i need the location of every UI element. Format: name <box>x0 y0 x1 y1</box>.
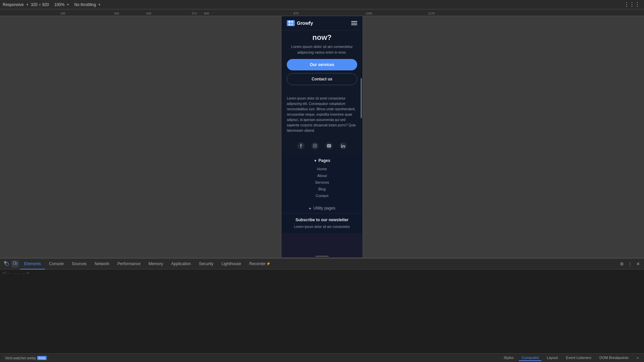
tab-sources[interactable]: Sources <box>68 259 91 269</box>
file-tab-name: html.watcher.webp <box>5 356 36 360</box>
device-toolbar-icon[interactable] <box>11 260 19 267</box>
devtools-settings-icon[interactable]: ⚙ <box>619 261 625 267</box>
contact-button[interactable]: Contact us <box>287 73 357 85</box>
hero-body-text: Lorem ipsum dolor sit am consectetur adi… <box>287 44 357 55</box>
about-section: Lorem ipsum dolor sit amet consectetur a… <box>281 90 363 139</box>
pages-label: Pages <box>318 158 330 163</box>
tab-security[interactable]: Security <box>195 259 217 269</box>
mobile-content: Growfy now? Lorem ipsum dolor sit am con… <box>281 16 363 233</box>
inspect-element-icon[interactable] <box>3 260 10 267</box>
right-tab-event-listeners[interactable]: Event Listeners <box>563 355 594 361</box>
pages-arrow: ▼ <box>314 159 317 163</box>
mobile-viewport: Growfy now? Lorem ipsum dolor sit am con… <box>281 16 363 258</box>
devtools-bottom-bar: html.watcher.webp body Styles Computed L… <box>0 353 644 362</box>
throttle-label: No throttling <box>74 2 96 7</box>
logo-icon <box>287 20 295 26</box>
logo-area: Growfy <box>287 20 313 26</box>
svg-point-5 <box>314 145 316 147</box>
dimensions-display: 320 x 920 <box>31 2 49 7</box>
utility-arrow: ► <box>309 206 312 210</box>
newsletter-section: Subscribe to our newsletter Lorem ipsum … <box>281 213 363 233</box>
zoom-dropdown-arrow: ▾ <box>67 3 69 6</box>
devtools-bottom-left: html.watcher.webp body <box>3 355 49 361</box>
right-tab-layout[interactable]: Layout <box>544 355 560 361</box>
svg-rect-7 <box>341 145 342 148</box>
svg-rect-4 <box>313 144 317 147</box>
svg-point-8 <box>341 144 342 145</box>
navbar: Growfy <box>281 16 363 31</box>
utility-pages-title[interactable]: ► Utility pages <box>287 206 357 210</box>
youtube-icon[interactable] <box>325 142 333 149</box>
devtools-overflow-icon[interactable]: ⋮ <box>627 261 634 267</box>
hamburger-line-3 <box>351 24 357 25</box>
svg-point-6 <box>316 145 316 145</box>
tab-console[interactable]: Console <box>45 259 68 269</box>
tab-network[interactable]: Network <box>91 259 113 269</box>
dims-separator: x <box>39 2 41 7</box>
dom-tree: <!-- ... --> <box>0 269 644 353</box>
svg-rect-1 <box>291 21 293 23</box>
devtools-tabs-bar: Elements Console Sources Network Perform… <box>0 259 644 269</box>
tab-lighthouse[interactable]: Lighthouse <box>217 259 245 269</box>
newsletter-title: Subscribe to our newsletter <box>287 218 357 222</box>
responsive-toolbar: Responsive ▾ 320 x 920 100% ▾ No throttl… <box>0 0 103 9</box>
hamburger-line-1 <box>351 21 357 22</box>
devtools-settings-icons: ⚙ ⋮ ✕ <box>619 261 643 267</box>
tab-application[interactable]: Application <box>167 259 195 269</box>
ruler-bar: 180 340 436 572 608 875 1090 1276 <box>0 9 644 16</box>
right-tab-styles[interactable]: Styles <box>501 355 516 361</box>
dom-comment: <!-- ... --> <box>3 271 641 277</box>
nav-blog[interactable]: Blog <box>287 186 357 192</box>
nav-services[interactable]: Services <box>287 179 357 186</box>
inspect-icons <box>1 260 20 267</box>
devtools-right-tabs: Styles Computed Layout Event Listeners D… <box>501 355 641 361</box>
instagram-icon[interactable] <box>311 142 319 149</box>
devtools-resize-handle[interactable] <box>0 257 644 259</box>
devtools-close-icon[interactable]: ✕ <box>635 261 641 267</box>
devtools-panel: Elements Console Sources Network Perform… <box>0 258 644 362</box>
devtools-main-content: <!-- ... --> <box>0 269 644 353</box>
newsletter-desc: Lorem ipsum dolor sit am consectetur <box>287 224 357 229</box>
svg-rect-11 <box>16 262 17 264</box>
right-tab-dom-breakpoints[interactable]: DOM Breakpoints <box>597 355 631 361</box>
hamburger-line-2 <box>351 23 357 23</box>
tab-elements[interactable]: Elements <box>20 259 45 269</box>
height-value: 920 <box>42 2 49 7</box>
services-button[interactable]: Our services <box>287 59 357 70</box>
responsive-label: Responsive <box>3 2 24 7</box>
nav-home[interactable]: Home <box>287 166 357 172</box>
utility-label: Utility pages <box>313 206 335 210</box>
scrollbar-indicator[interactable] <box>361 78 362 118</box>
svg-rect-3 <box>291 23 293 25</box>
right-tab-computed[interactable]: Computed <box>519 355 541 361</box>
resize-handle-bottom[interactable] <box>315 256 329 257</box>
footer-nav-pages: ▼ Pages Home About Services Blog Contact <box>281 154 363 203</box>
hamburger-icon[interactable] <box>351 21 357 25</box>
file-tab: html.watcher.webp body <box>3 355 49 361</box>
body-badge: body <box>37 356 47 360</box>
devtools-top-bar: Responsive ▾ 320 x 920 100% ▾ No throttl… <box>0 0 644 9</box>
nav-about[interactable]: About <box>287 172 357 179</box>
tab-recorder[interactable]: Recorder ⚡ <box>245 259 274 269</box>
toolbar-right-icons: ⋮⋮⋮ <box>623 1 644 8</box>
linkedin-icon[interactable] <box>339 142 347 149</box>
logo-text: Growfy <box>297 20 313 26</box>
pages-title: ▼ Pages <box>287 158 357 163</box>
more-options-icon[interactable]: ⋮⋮⋮ <box>623 1 641 8</box>
svg-rect-9 <box>6 263 8 265</box>
hero-section: now? Lorem ipsum dolor sit am consectetu… <box>281 31 363 90</box>
nav-contact[interactable]: Contact <box>287 192 357 199</box>
right-tab-more[interactable]: » <box>634 355 641 361</box>
tab-memory[interactable]: Memory <box>145 259 167 269</box>
facebook-icon[interactable] <box>297 142 305 149</box>
social-section <box>281 139 363 154</box>
svg-rect-10 <box>13 261 15 264</box>
width-value: 320 <box>31 2 38 7</box>
zoom-level: 100% <box>54 2 65 7</box>
svg-rect-2 <box>288 23 290 25</box>
utility-pages-section: ► Utility pages <box>281 203 363 213</box>
tab-performance[interactable]: Performance <box>113 259 145 269</box>
responsive-dropdown-arrow: ▾ <box>26 3 28 6</box>
hero-heading: now? <box>287 33 357 42</box>
about-text: Lorem ipsum dolor sit amet consectetur a… <box>287 96 357 133</box>
